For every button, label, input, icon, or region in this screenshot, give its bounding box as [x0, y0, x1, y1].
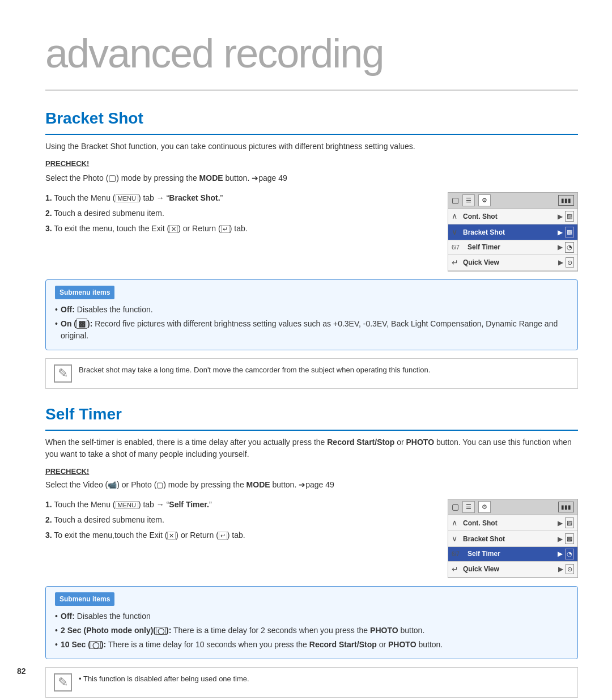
cam-tab-list-st[interactable]: ☰	[462, 501, 475, 513]
self-timer-cam-panel: ▢ ☰ ⚙ ▮▮▮ ∧ Cont. Shot ▶ ▨ ∨ Bracket Sho…	[448, 499, 578, 578]
self-timer-steps-panel: 1. Touch the Menu (MENU) tab → “Self Tim…	[45, 499, 578, 578]
self-timer-submenu-off: Off: Disables the function	[55, 610, 568, 622]
bracket-shot-heading: Bracket Shot	[45, 107, 578, 135]
bracket-note-text: Bracket shot may take a long time. Don't…	[79, 364, 430, 376]
bracket-note-box: ✎ Bracket shot may take a long time. Don…	[45, 358, 578, 389]
cam-nav-up-st: ∧	[452, 517, 463, 529]
self-timer-step-2: 2. Touch a desired submenu item.	[45, 514, 431, 526]
self-timer-step-1: 1. Touch the Menu (MENU) tab → “Self Tim…	[45, 499, 431, 511]
self-timer-intro: When the self-timer is enabled, there is…	[45, 436, 578, 460]
cam-row-cont-shot-st[interactable]: ∧ Cont. Shot ▶ ▨	[448, 515, 577, 531]
self-timer-note-text: • This function is disabled after being …	[79, 673, 249, 685]
self-timer-section: Self Timer When the self-timer is enable…	[45, 402, 578, 698]
cam-row-bracket-shot[interactable]: ∨ Bracket Shot ▶ ▩	[448, 224, 577, 240]
cam-photo-icon: ▢	[452, 194, 459, 206]
self-timer-heading: Self Timer	[45, 402, 578, 431]
bracket-shot-intro: Using the Bracket Shot function, you can…	[45, 141, 578, 152]
self-timer-note-icon: ✎	[54, 673, 72, 691]
self-timer-submenu-10sec: 10 Sec (◯): There is a time delay for 10…	[55, 639, 568, 651]
cam-nav-down-st: ∨	[452, 533, 463, 545]
bracket-submenu-box: Submenu items Off: Disables the function…	[45, 279, 578, 350]
cam-tab-gear[interactable]: ⚙	[478, 194, 491, 206]
self-timer-note-box: ✎ • This function is disabled after bein…	[45, 667, 578, 698]
self-timer-steps-list: 1. Touch the Menu (MENU) tab → “Self Tim…	[45, 499, 448, 545]
cam-row-self-timer-st[interactable]: 6/7 Self Timer ▶ ◔	[448, 547, 577, 562]
cam-photo-icon-st: ▢	[452, 501, 459, 513]
bracket-steps-list: 1. Touch the Menu (MENU) tab → “Bracket …	[45, 192, 448, 238]
cam-row-bracket-shot-st[interactable]: ∨ Bracket Shot ▶ ▩	[448, 531, 577, 547]
cam-nav-up: ∧	[452, 210, 463, 222]
bracket-step-2: 2. Touch a desired submenu item.	[45, 207, 431, 219]
bracket-submenu-title: Submenu items	[55, 286, 114, 299]
self-timer-precheck-text: Select the Video (📹) or Photo (▢) mode b…	[45, 479, 578, 491]
bracket-step-3: 3. To exit the menu, touch the Exit (✕) …	[45, 223, 431, 235]
self-timer-precheck-label: PRECHECK!	[45, 466, 578, 477]
cam-nav-down: ∨	[452, 226, 463, 238]
bracket-step-1: 1. Touch the Menu (MENU) tab → “Bracket …	[45, 192, 431, 204]
bracket-submenu-off: Off: Disables the function.	[55, 304, 568, 316]
cam-tab-gear-st[interactable]: ⚙	[478, 501, 491, 513]
cam-nav-page-st: 6/7	[452, 550, 468, 558]
cam-tab-list[interactable]: ☰	[462, 194, 475, 206]
cam-nav-page: 6/7	[452, 243, 468, 252]
page-number: 82	[17, 665, 26, 677]
cam-return-st: ↵	[452, 563, 463, 575]
bracket-precheck-text: Select the Photo (▢) mode by pressing th…	[45, 172, 578, 185]
bracket-precheck-label: PRECHECK!	[45, 158, 578, 169]
cam-row-cont-shot[interactable]: ∧ Cont. Shot ▶ ▨	[448, 209, 577, 224]
cam-battery-icon: ▮▮▮	[558, 195, 574, 206]
cam-return-bs: ↵	[452, 257, 463, 269]
bracket-steps-panel: 1. Touch the Menu (MENU) tab → “Bracket …	[45, 192, 578, 271]
bracket-submenu-on: On (▩): Record five pictures with differ…	[55, 318, 568, 342]
bracket-cam-panel: ▢ ☰ ⚙ ▮▮▮ ∧ Cont. Shot ▶ ▨ ∨ Bracket Sho…	[448, 192, 578, 271]
self-timer-submenu-box: Submenu items Off: Disables the function…	[45, 586, 578, 659]
self-timer-step-3: 3. To exit the menu,touch the Exit (✕) o…	[45, 529, 431, 541]
self-timer-submenu-title: Submenu items	[55, 592, 114, 606]
cam-battery-icon-st: ▮▮▮	[558, 502, 574, 512]
bracket-shot-section: Bracket Shot Using the Bracket Shot func…	[45, 107, 578, 389]
cam-row-self-timer-bs[interactable]: 6/7 Self Timer ▶ ◔	[448, 240, 577, 255]
page-title: advanced recording	[45, 23, 578, 91]
bracket-note-icon: ✎	[54, 364, 72, 383]
cam-row-quick-view-st[interactable]: ↵ Quick View ▶ ⊙	[448, 562, 577, 578]
self-timer-submenu-2sec: 2 Sec (Photo mode only)(◯): There is a t…	[55, 625, 568, 637]
cam-row-quick-view-bs[interactable]: ↵ Quick View ▶ ⊙	[448, 255, 577, 271]
